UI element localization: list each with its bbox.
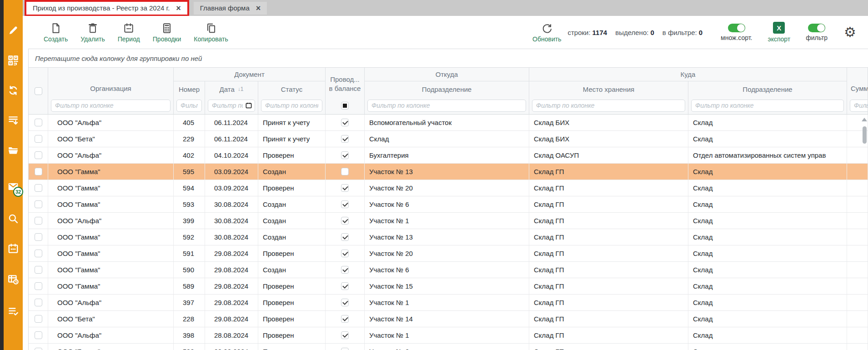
pencil-icon[interactable] [7, 25, 19, 36]
mail-icon[interactable]: 32 [7, 181, 19, 193]
posted-checkbox[interactable] [341, 151, 349, 159]
column-header-organization[interactable]: Организация [48, 68, 174, 97]
folder-open-icon[interactable] [7, 145, 19, 156]
table-row[interactable]: ООО "Гамма" 595 03.09.2024 Создан Участо… [29, 164, 868, 180]
table-row[interactable]: ООО "Гамма" 590 29.08.2024 Создан Участо… [29, 262, 868, 278]
postings-button[interactable]: Проводки [153, 22, 181, 43]
row-checkbox[interactable] [35, 135, 42, 143]
copy-button[interactable]: Копировать [194, 22, 228, 43]
table-row[interactable]: ООО "Бета" 229 06.11.2024 Принят к учету… [29, 131, 868, 147]
table-row[interactable]: ООО "Гамма" 588 28.08.2024 Проверен Учас… [29, 344, 868, 350]
export-list-icon[interactable] [7, 115, 19, 126]
posted-filter-checkbox[interactable] [341, 102, 349, 110]
posted-checkbox[interactable] [341, 282, 349, 290]
select-all-checkbox[interactable] [35, 87, 42, 95]
posted-checkbox[interactable] [341, 331, 349, 339]
column-header-to-department[interactable]: Подразделение [688, 81, 847, 97]
posted-checkbox[interactable] [341, 250, 349, 257]
row-checkbox[interactable] [35, 282, 42, 290]
table-row[interactable]: ООО "Альфа" 405 06.11.2024 Принят к учет… [29, 115, 868, 131]
number-filter-input[interactable] [176, 100, 202, 112]
table-row[interactable]: ООО "Альфа" 399 30.08.2024 Создан Участо… [29, 213, 868, 229]
search-icon[interactable] [7, 213, 19, 225]
qr-code-icon[interactable] [7, 55, 19, 66]
row-checkbox[interactable] [35, 266, 42, 274]
status-filter-input[interactable] [261, 100, 322, 112]
row-checkbox[interactable] [35, 217, 42, 225]
posted-checkbox[interactable] [341, 184, 349, 192]
scrollbar-thumb[interactable] [863, 126, 867, 144]
table-row[interactable]: ООО "Бета" 228 29.08.2024 Проверен Участ… [29, 311, 868, 327]
sum-filter-input[interactable] [850, 100, 868, 112]
posted-checkbox[interactable] [341, 168, 349, 175]
row-checkbox[interactable] [35, 119, 42, 126]
table-row[interactable]: ООО "Альфа" 398 28.08.2024 Проверен Учас… [29, 327, 868, 344]
tab-bar: Приход из производства - Реестр за 2024 … [23, 0, 868, 16]
select-all-cell [29, 68, 48, 114]
column-header-date[interactable]: Дата ↓1 [205, 81, 258, 97]
refresh-button[interactable]: Обновить [532, 22, 561, 43]
row-checkbox[interactable] [35, 250, 42, 257]
from-department-filter-input[interactable] [367, 100, 526, 112]
cell-number: 592 [174, 229, 205, 245]
cell-posted [326, 262, 365, 278]
table-row[interactable]: ООО "Альфа" 402 04.10.2024 Проверен Бухг… [29, 147, 868, 164]
posted-checkbox[interactable] [341, 348, 349, 350]
posted-checkbox[interactable] [341, 135, 349, 143]
posted-checkbox[interactable] [341, 233, 349, 241]
export-button[interactable]: X экспорт [768, 22, 791, 43]
row-checkbox[interactable] [35, 184, 42, 192]
row-checkbox[interactable] [35, 331, 42, 339]
column-header-posted[interactable]: Провод...в балансе [326, 68, 365, 97]
filter-toggle[interactable] [808, 24, 825, 32]
checklist-icon[interactable] [7, 305, 19, 317]
tab-glavnaya-forma[interactable]: Главная форма × [194, 2, 267, 15]
to-department-filter-input[interactable] [691, 100, 844, 112]
column-header-storage[interactable]: Место хранения [529, 81, 688, 97]
table-row[interactable]: ООО "Гамма" 594 03.09.2024 Проверен Учас… [29, 180, 868, 196]
calendar-icon[interactable] [7, 243, 19, 255]
filter-cell-storage [529, 97, 688, 114]
organization-filter-input[interactable] [51, 100, 171, 112]
create-button[interactable]: Создать [44, 22, 68, 43]
table-row[interactable]: ООО "Гамма" 589 29.08.2024 Проверен Учас… [29, 278, 868, 295]
sync-icon[interactable] [7, 85, 19, 96]
table-row[interactable]: ООО "Альфа" 397 29.08.2024 Проверен Учас… [29, 295, 868, 311]
delete-button[interactable]: Удалить [80, 22, 105, 43]
tab-close-icon[interactable]: × [256, 4, 261, 12]
posted-checkbox[interactable] [341, 315, 349, 323]
group-by-bar[interactable]: Перетащите сюда колонку для группировки … [29, 49, 868, 68]
column-header-number[interactable]: Номер [174, 81, 205, 97]
posted-checkbox[interactable] [341, 217, 349, 225]
gear-icon[interactable]: ⚙ [844, 25, 856, 39]
table-clock-icon[interactable] [7, 274, 19, 285]
column-header-from-department[interactable]: Подразделение [365, 81, 529, 97]
tab-close-icon[interactable]: × [176, 4, 181, 12]
scroll-up-icon[interactable] [862, 118, 867, 121]
row-checkbox[interactable] [35, 348, 42, 350]
posted-checkbox[interactable] [341, 200, 349, 208]
column-header-status[interactable]: Статус [258, 81, 326, 97]
multisort-toggle[interactable] [728, 24, 745, 32]
row-checkbox[interactable] [35, 315, 42, 323]
table-row[interactable]: ООО "Гамма" 591 29.08.2024 Проверен Учас… [29, 245, 868, 262]
cell-status: Принят к учету [258, 131, 326, 147]
cell-organization: ООО "Гамма" [48, 229, 174, 245]
period-button[interactable]: Период [118, 22, 140, 43]
row-checkbox[interactable] [35, 151, 42, 159]
posted-checkbox[interactable] [341, 119, 349, 126]
filter-cell-sum [847, 97, 868, 114]
row-checkbox[interactable] [35, 299, 42, 306]
posted-checkbox[interactable] [341, 266, 349, 274]
vertical-scrollbar[interactable] [861, 115, 868, 350]
table-row[interactable]: ООО "Гамма" 593 30.08.2024 Создан Участо… [29, 196, 868, 213]
tab-prihod-iz-proizvodstva[interactable]: Приход из производства - Реестр за 2024 … [26, 2, 187, 15]
date-filter-input[interactable] [208, 100, 255, 112]
posted-checkbox[interactable] [341, 299, 349, 306]
table-row[interactable]: ООО "Гамма" 592 30.08.2024 Создан Участо… [29, 229, 868, 245]
row-checkbox[interactable] [35, 233, 42, 241]
storage-filter-input[interactable] [532, 100, 685, 112]
column-header-sum[interactable]: Сумма [847, 68, 868, 97]
row-checkbox[interactable] [35, 168, 42, 175]
row-checkbox[interactable] [35, 200, 42, 208]
